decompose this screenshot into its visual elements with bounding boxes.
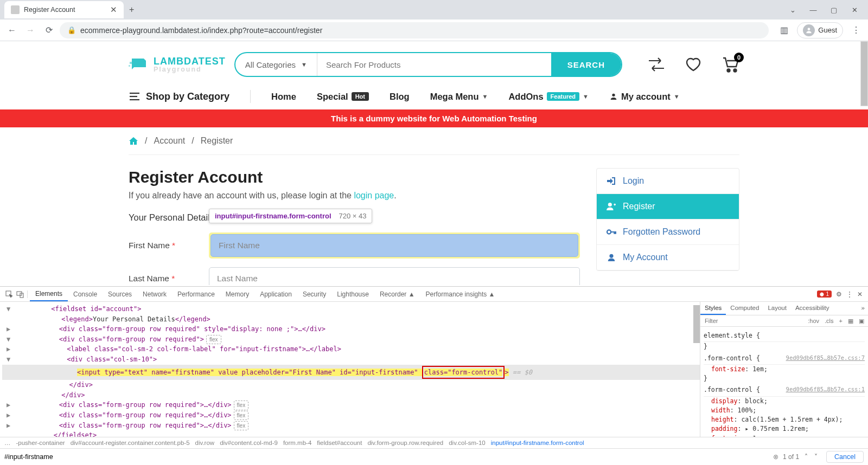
dom-crumb[interactable]: fieldset#account	[317, 440, 362, 446]
styles-tab-accessibility[interactable]: Accessibility	[791, 302, 834, 315]
styles-more-icon[interactable]: »	[858, 302, 868, 315]
cls-toggle[interactable]: .cls	[823, 317, 835, 325]
lastname-input[interactable]	[209, 267, 580, 285]
inspector-tooltip: input#input-firstname.form-control 720 ×…	[209, 209, 372, 223]
browser-tab[interactable]: Register Account ✕	[4, 1, 124, 18]
devtools-search-input[interactable]	[4, 453, 769, 461]
page-scrollbar[interactable]	[860, 41, 868, 106]
dom-crumb[interactable]: div.row	[195, 440, 215, 446]
devtools-menu-icon[interactable]: ⋮	[846, 290, 853, 298]
hov-toggle[interactable]: :hov	[806, 317, 821, 325]
maximize-icon[interactable]: ▢	[825, 3, 843, 16]
main-nav: Shop by Category HomeSpecialHotBlogMega …	[129, 87, 739, 109]
nav-item-mega-menu[interactable]: Mega Menu▼	[430, 92, 488, 102]
dom-crumb[interactable]: div#account-register.container.content.p…	[71, 440, 190, 446]
compare-icon[interactable]	[647, 56, 666, 73]
styles-tab-layout[interactable]: Layout	[763, 302, 791, 315]
close-tab-icon[interactable]: ✕	[110, 5, 117, 15]
favicon	[11, 5, 20, 14]
search-button[interactable]: SEARCH	[551, 53, 621, 76]
chrome-menu-icon[interactable]: ⋮	[848, 23, 864, 38]
dom-scrollbar[interactable]	[693, 305, 700, 343]
dom-breadcrumb[interactable]: …-pusher-containerdiv#account-register.c…	[0, 437, 868, 448]
new-rule-icon[interactable]: +	[838, 317, 844, 325]
address-bar[interactable]: 🔒 ecommerce-playground.lambdatest.io/ind…	[60, 22, 769, 38]
category-select[interactable]: All Categories ▼	[235, 53, 317, 76]
nav-item-blog[interactable]: Blog	[390, 92, 410, 102]
new-tab-button[interactable]: +	[124, 5, 139, 15]
tooltip-dimensions: 720 × 43	[339, 212, 367, 220]
breadcrumb-sep: /	[145, 136, 147, 146]
dom-crumb[interactable]: -pusher-container	[16, 440, 65, 446]
wishlist-icon[interactable]	[684, 56, 703, 73]
dom-crumb[interactable]: …	[4, 440, 11, 446]
devtools-tab-lighthouse[interactable]: Lighthouse	[331, 288, 374, 301]
devtools-tab-console[interactable]: Console	[68, 288, 103, 301]
firstname-input[interactable]	[210, 234, 578, 257]
error-count-badge[interactable]: 1	[817, 290, 832, 298]
style-rules[interactable]: element.style {}.form-control {9ed09db6f…	[700, 327, 868, 437]
search-cancel-button[interactable]: Cancel	[826, 451, 864, 463]
devtools-tab-recorder[interactable]: Recorder ▲	[374, 288, 420, 301]
devtools-tab-network[interactable]: Network	[137, 288, 172, 301]
home-icon[interactable]	[129, 137, 138, 145]
devtools-tab-sources[interactable]: Sources	[103, 288, 137, 301]
devtools-tab-memory[interactable]: Memory	[220, 288, 254, 301]
inspect-element-icon[interactable]	[5, 290, 13, 298]
styles-tab-styles[interactable]: Styles	[700, 302, 726, 315]
nav-item-addons[interactable]: AddOnsFeatured▼	[508, 92, 589, 102]
devtools-tab-application[interactable]: Application	[254, 288, 297, 301]
element-box-icon[interactable]: ▣	[857, 317, 866, 326]
breadcrumb-account[interactable]: Account	[154, 136, 185, 146]
sidebar: LoginRegisterForgotten PasswordMy Accoun…	[596, 168, 739, 285]
dom-crumb[interactable]: input#input-firstname.form-control	[491, 440, 584, 446]
search-prev-icon[interactable]: ˄	[803, 453, 809, 461]
devtools-tab-performance[interactable]: Performance	[172, 288, 220, 301]
back-button[interactable]: ←	[4, 23, 20, 38]
dom-crumb[interactable]: div.col-sm-10	[449, 440, 486, 446]
logo[interactable]: LAMBDATEST Playground	[129, 56, 226, 73]
sidebar-item-my-account[interactable]: My Account	[597, 245, 739, 270]
devtools-tab-security[interactable]: Security	[297, 288, 331, 301]
nav-item-home[interactable]: Home	[271, 92, 296, 102]
dom-panel[interactable]: ▼ <fieldset id="account"> <legend>Your P…	[0, 302, 700, 437]
sidebar-item-register[interactable]: Register	[597, 194, 739, 219]
window-controls: ⌄ — ▢ ✕	[783, 3, 864, 16]
styles-tab-computed[interactable]: Computed	[726, 302, 763, 315]
reload-button[interactable]: ⟳	[41, 23, 56, 38]
computed-trace-icon[interactable]: ▦	[846, 317, 855, 326]
devtools-close-icon[interactable]: ✕	[857, 290, 863, 298]
svg-point-10	[607, 230, 611, 234]
device-toolbar-icon[interactable]	[16, 290, 24, 298]
login-page-link[interactable]: login page	[354, 191, 394, 200]
search-next-icon[interactable]: ˅	[813, 453, 819, 461]
styles-filter-input[interactable]	[700, 315, 806, 326]
hamburger-icon	[129, 92, 141, 101]
logo-icon	[129, 56, 148, 73]
minimize-icon[interactable]: —	[804, 3, 822, 16]
profile-chip[interactable]: Guest	[797, 22, 843, 38]
cart-icon[interactable]: 0	[721, 56, 739, 73]
dom-crumb[interactable]: div#content.col-md-9	[220, 440, 278, 446]
nav-item-special[interactable]: SpecialHot	[317, 92, 369, 102]
window-dropdown-icon[interactable]: ⌄	[783, 3, 802, 16]
shop-by-category[interactable]: Shop by Category	[129, 91, 229, 102]
breadcrumb-register: Register	[201, 136, 233, 146]
devtools-tab-performance[interactable]: Performance insights ▲	[420, 288, 501, 301]
dom-crumb[interactable]: form.mb-4	[283, 440, 311, 446]
forward-button[interactable]: →	[23, 23, 38, 38]
devtools-search-bar: ⊗ 1 of 1 ˄ ˅ Cancel	[0, 448, 868, 465]
sidebar-item-login[interactable]: Login	[597, 169, 739, 194]
dom-crumb[interactable]: div.form-group.row.required	[367, 440, 443, 446]
side-panel-icon[interactable]: ▥	[776, 23, 792, 38]
styles-tabs: StylesComputedLayoutAccessibility »	[700, 302, 868, 315]
selected-dom-node[interactable]: <input type="text" name="firstname" valu…	[2, 365, 700, 380]
clear-search-icon[interactable]: ⊗	[773, 453, 778, 461]
guest-label: Guest	[818, 26, 837, 34]
devtools-settings-icon[interactable]: ⚙	[836, 290, 842, 298]
nav-item-my-account[interactable]: My account▼	[609, 92, 680, 102]
sidebar-item-forgotten-password[interactable]: Forgotten Password	[597, 219, 739, 245]
search-input[interactable]	[317, 53, 551, 76]
devtools-tab-elements[interactable]: Elements	[30, 287, 68, 301]
close-window-icon[interactable]: ✕	[845, 3, 864, 16]
